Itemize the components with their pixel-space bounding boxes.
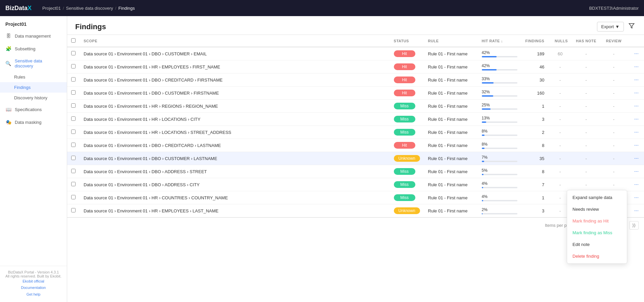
row-checkbox-cell[interactable] [67, 178, 80, 191]
row-more-button[interactable]: ··· [633, 89, 640, 97]
row-nulls: - [548, 126, 572, 139]
breadcrumb-section[interactable]: Sensitive data discovery [66, 6, 113, 11]
row-checkbox-cell[interactable] [67, 87, 80, 100]
export-button[interactable]: Export ▼ [597, 22, 624, 32]
row-actions-cell[interactable]: ··· [627, 87, 644, 100]
row-actions-cell[interactable]: ··· [627, 178, 644, 191]
row-checkbox-cell[interactable] [67, 191, 80, 204]
row-actions-cell[interactable]: ··· [627, 60, 644, 73]
sidebar-item-findings[interactable]: Findings [0, 82, 67, 93]
row-actions-cell[interactable]: ··· [627, 100, 644, 113]
sidebar: Project01 🗄 Data management 🧩 Subsetting… [0, 16, 67, 302]
select-all-checkbox[interactable] [71, 38, 76, 43]
documentation-link[interactable]: Documentation [5, 285, 61, 291]
row-actions-cell[interactable]: ··· [627, 113, 644, 126]
context-needs-review[interactable]: Needs review [567, 203, 627, 215]
row-checkbox[interactable] [71, 130, 76, 134]
row-checkbox-cell[interactable] [67, 204, 80, 217]
scope-header[interactable]: SCOPE [80, 35, 390, 47]
context-delete-finding[interactable]: Delete finding [567, 250, 627, 262]
sidebar-item-rules[interactable]: Rules [0, 72, 67, 82]
row-checkbox-cell[interactable] [67, 47, 80, 60]
row-more-button[interactable]: ··· [633, 168, 640, 175]
row-more-button[interactable]: ··· [633, 181, 640, 188]
row-status: Unknown [390, 152, 424, 165]
row-checkbox-cell[interactable] [67, 152, 80, 165]
pagination-last[interactable]: ⟩⟩ [629, 221, 639, 230]
sidebar-item-specifications[interactable]: 📖 Specifications [0, 103, 67, 116]
hit-rate-header[interactable]: HIT RATE ↓ [478, 35, 521, 47]
row-nulls: - [548, 73, 572, 87]
row-more-button[interactable]: ··· [633, 76, 640, 84]
sidebar-item-data-masking[interactable]: 🎭 Data masking [0, 116, 67, 129]
row-actions-cell[interactable]: ··· [627, 152, 644, 165]
row-status: Hit [390, 139, 424, 152]
row-checkbox[interactable] [71, 77, 76, 82]
header-actions: Export ▼ [597, 21, 636, 32]
row-checkbox-cell[interactable] [67, 139, 80, 152]
content-header: Findings Export ▼ [67, 16, 644, 35]
row-hit-rate: 7% [478, 152, 521, 165]
row-more-button[interactable]: ··· [633, 194, 640, 201]
row-rule: Rule 01 - First name [424, 126, 478, 139]
select-all-header[interactable] [67, 35, 80, 47]
row-checkbox[interactable] [71, 103, 76, 108]
row-checkbox[interactable] [71, 64, 76, 68]
row-more-button[interactable]: ··· [633, 155, 640, 162]
row-checkbox[interactable] [71, 116, 76, 121]
row-checkbox[interactable] [71, 169, 76, 173]
findings-header[interactable]: FINDINGS [521, 35, 549, 47]
row-findings: 1 [521, 191, 549, 204]
row-actions-cell[interactable]: ··· [627, 139, 644, 152]
help-link[interactable]: Get help [5, 291, 61, 298]
row-checkbox[interactable] [71, 195, 76, 199]
row-checkbox-cell[interactable] [67, 126, 80, 139]
has-note-header[interactable]: HAS NOTE [572, 35, 600, 47]
row-more-button[interactable]: ··· [633, 207, 640, 214]
status-header[interactable]: STATUS [390, 35, 424, 47]
breadcrumb-project[interactable]: Project01 [42, 6, 61, 11]
row-more-button[interactable]: ··· [633, 129, 640, 136]
row-actions-cell[interactable]: ··· [627, 47, 644, 60]
row-more-button[interactable]: ··· [633, 115, 640, 123]
sidebar-item-data-management[interactable]: 🗄 Data management [0, 30, 67, 42]
context-expand-sample[interactable]: Expand sample data [567, 192, 627, 203]
ekobit-link[interactable]: Ekobit official [5, 278, 61, 285]
row-checkbox[interactable] [71, 51, 76, 55]
row-checkbox-cell[interactable] [67, 60, 80, 73]
review-header[interactable]: REVIEW [600, 35, 627, 47]
row-actions-cell[interactable]: ··· [627, 73, 644, 87]
row-checkbox-cell[interactable] [67, 73, 80, 87]
context-mark-hit[interactable]: Mark finding as Hit [567, 215, 627, 227]
row-checkbox-cell[interactable] [67, 100, 80, 113]
row-actions-cell[interactable]: ··· [627, 165, 644, 178]
row-findings: 8 [521, 165, 549, 178]
row-has-note: - [572, 165, 600, 178]
row-checkbox-cell[interactable] [67, 165, 80, 178]
row-checkbox[interactable] [71, 156, 76, 160]
row-actions-cell[interactable]: ··· [627, 191, 644, 204]
filter-button[interactable] [627, 21, 636, 32]
row-actions-cell[interactable]: ··· [627, 126, 644, 139]
row-checkbox[interactable] [71, 208, 76, 212]
row-checkbox[interactable] [71, 182, 76, 186]
nulls-header[interactable]: NULLS [548, 35, 572, 47]
sidebar-item-sensitive-data[interactable]: 🔍 Sensitive data discovery [0, 55, 67, 72]
sidebar-item-subsetting[interactable]: 🧩 Subsetting [0, 42, 67, 55]
row-more-button[interactable]: ··· [633, 142, 640, 149]
row-checkbox[interactable] [71, 90, 76, 95]
logo-text: BizDataX [5, 5, 32, 12]
context-mark-miss[interactable]: Mark finding as Miss [567, 227, 627, 239]
row-checkbox-cell[interactable] [67, 113, 80, 126]
context-edit-note[interactable]: Edit note [567, 239, 627, 250]
search-icon: 🔍 [5, 60, 11, 66]
row-more-button[interactable]: ··· [633, 63, 640, 70]
row-more-button[interactable]: ··· [633, 102, 640, 110]
sidebar-item-discovery-history[interactable]: Discovery history [0, 93, 67, 103]
row-more-button[interactable]: ··· [633, 50, 640, 57]
row-findings: 30 [521, 73, 549, 87]
rule-header[interactable]: RULE [424, 35, 478, 47]
row-findings: 189 [521, 47, 549, 60]
row-checkbox[interactable] [71, 143, 76, 147]
row-actions-cell[interactable]: ··· [627, 204, 644, 217]
